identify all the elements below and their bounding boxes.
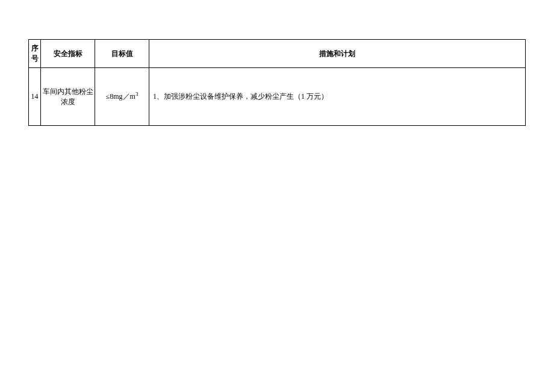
header-indicator: 安全指标 xyxy=(41,40,95,68)
cell-indicator: 车间内其他粉尘浓度 xyxy=(41,68,95,126)
table-row: 14 车间内其他粉尘浓度 ≤8mg／m3 1、加强涉粉尘设备维护保养，减少粉尘产… xyxy=(29,68,526,126)
data-table: 序号 安全指标 目标值 措施和计划 14 车间内其他粉尘浓度 ≤8mg／m3 1… xyxy=(28,39,526,126)
table-header-row: 序号 安全指标 目标值 措施和计划 xyxy=(29,40,526,68)
cell-seq: 14 xyxy=(29,68,41,126)
cell-target: ≤8mg／m3 xyxy=(95,68,149,126)
document-table-container: 序号 安全指标 目标值 措施和计划 14 车间内其他粉尘浓度 ≤8mg／m3 1… xyxy=(28,39,526,126)
header-seq: 序号 xyxy=(29,40,41,68)
target-value-superscript: 3 xyxy=(135,91,138,97)
cell-measures: 1、加强涉粉尘设备维护保养，减少粉尘产生（1 万元） xyxy=(149,68,526,126)
header-measures: 措施和计划 xyxy=(149,40,526,68)
header-target: 目标值 xyxy=(95,40,149,68)
target-value-prefix: ≤8mg／m xyxy=(106,92,135,101)
